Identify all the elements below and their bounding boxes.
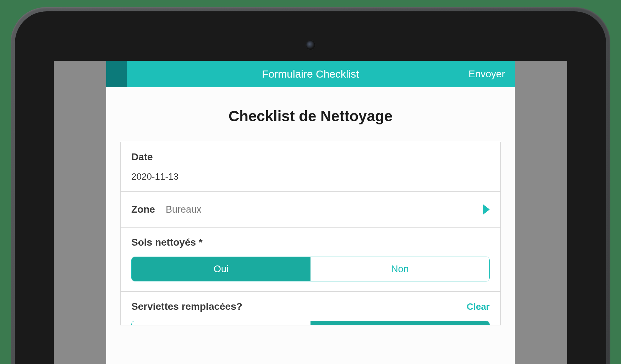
modal-overlay: Formulaire Checklist Envoyer Checklist d… <box>54 61 567 364</box>
floors-option-yes[interactable]: Oui <box>132 257 310 281</box>
towels-label: Serviettes remplacées? <box>131 301 242 312</box>
submit-button[interactable]: Envoyer <box>468 68 505 80</box>
zone-label: Zone <box>131 204 155 215</box>
page-title: Checklist de Nettoyage <box>106 87 515 142</box>
form-modal: Formulaire Checklist Envoyer Checklist d… <box>106 61 515 364</box>
towels-row: Serviettes remplacées? Clear <box>121 292 500 325</box>
towels-option-yes[interactable] <box>132 321 310 325</box>
towels-option-no[interactable] <box>310 321 489 325</box>
clear-button[interactable]: Clear <box>467 301 490 312</box>
zone-left: Zone Bureaux <box>131 204 201 215</box>
date-value: 2020-11-13 <box>131 171 490 182</box>
camera-icon <box>306 40 315 50</box>
floors-toggle: Oui Non <box>131 257 490 281</box>
modal-body: Checklist de Nettoyage Date 2020-11-13 <box>106 87 515 364</box>
floors-row: Sols nettoyés * Oui Non <box>121 228 500 292</box>
modal-title: Formulaire Checklist <box>262 68 359 80</box>
chevron-right-icon <box>483 205 490 214</box>
tablet-screen: Formulaire Checklist Envoyer Checklist d… <box>54 61 567 364</box>
tablet-bezel-outer: Formulaire Checklist Envoyer Checklist d… <box>11 7 610 364</box>
tablet-bezel-inner: Formulaire Checklist Envoyer Checklist d… <box>15 11 606 364</box>
towels-toggle <box>131 321 490 325</box>
floors-option-no[interactable]: Non <box>310 257 489 281</box>
zone-row[interactable]: Zone Bureaux <box>121 192 500 228</box>
date-label: Date <box>131 151 490 163</box>
zone-value: Bureaux <box>166 204 202 215</box>
date-row[interactable]: Date 2020-11-13 <box>121 142 500 192</box>
modal-header-corner <box>106 61 127 87</box>
floors-label: Sols nettoyés * <box>131 237 203 248</box>
floors-header: Sols nettoyés * <box>131 237 490 248</box>
towels-header: Serviettes remplacées? Clear <box>131 301 490 312</box>
modal-header: Formulaire Checklist Envoyer <box>106 61 515 87</box>
form-card: Date 2020-11-13 Zone Bureaux <box>120 142 501 325</box>
